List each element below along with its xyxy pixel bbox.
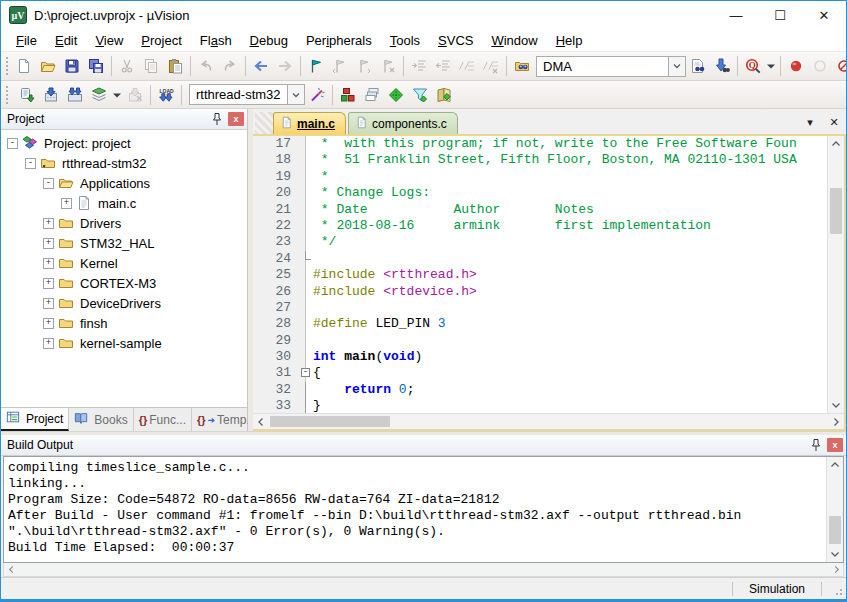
tab-close-icon[interactable]: ✕: [826, 114, 842, 130]
expander-icon[interactable]: +: [43, 238, 54, 249]
expander-icon[interactable]: +: [43, 278, 54, 289]
tree-item-project-project[interactable]: -Project: project: [1, 133, 247, 153]
toolbar-grip[interactable]: [6, 57, 8, 75]
manage-run-env-button[interactable]: [384, 84, 408, 106]
expander-icon[interactable]: +: [43, 338, 54, 349]
expander-icon[interactable]: -: [7, 138, 18, 149]
tree-item-cortex-m3[interactable]: +CORTEX-M3: [1, 273, 247, 293]
expander-icon[interactable]: +: [43, 318, 54, 329]
incremental-find-button[interactable]: [710, 55, 734, 77]
editor-tab-main-c[interactable]: main.c: [273, 112, 346, 134]
tree-item-finsh[interactable]: +finsh: [1, 313, 247, 333]
find-in-files-button[interactable]: [510, 55, 534, 77]
fold-margin[interactable]: -: [299, 365, 313, 381]
translate-button[interactable]: [15, 84, 39, 106]
function-editor-button[interactable]: [408, 84, 432, 106]
expander-icon[interactable]: +: [43, 298, 54, 309]
manage-items-button[interactable]: [336, 84, 360, 106]
editor-horizontal-scrollbar[interactable]: [253, 413, 844, 429]
manage-layout-button[interactable]: [360, 84, 384, 106]
bookmark-toggle-button[interactable]: [304, 55, 328, 77]
caret-down-button[interactable]: [765, 55, 777, 77]
panel-close-icon[interactable]: x: [228, 112, 244, 126]
breakpoint-disable-all-button[interactable]: [832, 55, 846, 77]
scroll-left-icon[interactable]: [253, 414, 269, 429]
build-output-log[interactable]: compiling timeslice_sample.c...linking..…: [4, 457, 826, 562]
tree-item-devicedrivers[interactable]: +DeviceDrivers: [1, 293, 247, 313]
menu-tools[interactable]: Tools: [381, 31, 429, 50]
tree-item-kernel[interactable]: +Kernel: [1, 253, 247, 273]
paste-button[interactable]: [163, 55, 187, 77]
build-vertical-scrollbar[interactable]: [826, 457, 843, 562]
nav-back-button[interactable]: [249, 55, 273, 77]
find-combobox[interactable]: DMA: [536, 56, 686, 77]
scroll-right-icon[interactable]: [828, 414, 844, 429]
rebuild-button[interactable]: [63, 84, 87, 106]
scrollbar-thumb[interactable]: [270, 416, 390, 427]
open-folder-button[interactable]: [36, 55, 60, 77]
close-button[interactable]: ✕: [802, 1, 846, 29]
expander-icon[interactable]: -: [43, 178, 54, 189]
expander-icon[interactable]: +: [61, 198, 72, 209]
panel-tab-func[interactable]: {}Func...: [134, 408, 192, 431]
find-button[interactable]: [686, 55, 710, 77]
pin-icon[interactable]: [808, 438, 824, 453]
panel-tab-books[interactable]: Books: [69, 408, 133, 431]
editor-vertical-scrollbar[interactable]: [827, 136, 844, 413]
save-button[interactable]: [60, 55, 84, 77]
scrollbar-thumb[interactable]: [830, 188, 842, 234]
minimize-button[interactable]: —: [714, 1, 758, 29]
breakpoint-toggle-button[interactable]: [784, 55, 808, 77]
menu-help[interactable]: Help: [547, 31, 592, 50]
scroll-down-icon[interactable]: [828, 397, 844, 413]
scroll-left-icon[interactable]: [4, 563, 18, 576]
caret-down-button[interactable]: [111, 84, 123, 106]
tree-item-main-c[interactable]: +main.c: [1, 193, 247, 213]
batch-build-button[interactable]: [87, 84, 111, 106]
quick-search-button[interactable]: Q: [741, 55, 765, 77]
menu-edit[interactable]: Edit: [46, 31, 86, 50]
menu-flash[interactable]: Flash: [191, 31, 241, 50]
code-editor[interactable]: 17 * with this program; if not, write to…: [253, 136, 827, 413]
pin-icon[interactable]: [209, 112, 225, 127]
menu-svcs[interactable]: SVCS: [429, 31, 482, 50]
expander-icon[interactable]: +: [43, 218, 54, 229]
tree-item-applications[interactable]: -Applications: [1, 173, 247, 193]
pack-installer-button[interactable]: [432, 84, 456, 106]
resize-grip[interactable]: [822, 578, 846, 599]
fold-collapse-icon[interactable]: -: [301, 368, 310, 377]
target-combobox[interactable]: rtthread-stm32: [189, 84, 305, 105]
scrollbar-thumb[interactable]: [829, 516, 841, 544]
toolbar-grip[interactable]: [6, 86, 11, 104]
tree-item-stm32-hal[interactable]: +STM32_HAL: [1, 233, 247, 253]
menu-file[interactable]: File: [7, 31, 46, 50]
menu-debug[interactable]: Debug: [241, 31, 297, 50]
menu-project[interactable]: Project: [132, 31, 190, 50]
scroll-right-icon[interactable]: [829, 563, 843, 576]
build-horizontal-scrollbar[interactable]: [3, 563, 844, 577]
menu-view[interactable]: View: [86, 31, 132, 50]
expander-icon[interactable]: +: [43, 258, 54, 269]
panel-tab-project[interactable]: Project: [1, 408, 69, 431]
scroll-down-icon[interactable]: [827, 546, 843, 562]
scroll-up-icon[interactable]: [827, 457, 843, 473]
tab-list-icon[interactable]: ▾: [802, 114, 818, 130]
chevron-down-icon[interactable]: [287, 85, 304, 104]
panel-close-icon[interactable]: x: [827, 438, 843, 452]
options-target-button[interactable]: [305, 84, 329, 106]
save-all-button[interactable]: [84, 55, 108, 77]
new-file-button[interactable]: [12, 55, 36, 77]
maximize-button[interactable]: ☐: [758, 1, 802, 29]
build-button[interactable]: [39, 84, 63, 106]
editor-tab-components-c[interactable]: components.c: [348, 112, 458, 134]
editor-tab-label: components.c: [372, 117, 447, 131]
chevron-down-icon[interactable]: [668, 57, 685, 76]
scroll-up-icon[interactable]: [828, 136, 844, 152]
tree-item-rtthread-stm32[interactable]: -rtthread-stm32: [1, 153, 247, 173]
menu-peripherals[interactable]: Peripherals: [297, 31, 381, 50]
tree-item-kernel-sample[interactable]: +kernel-sample: [1, 333, 247, 353]
tree-item-drivers[interactable]: +Drivers: [1, 213, 247, 233]
load-button[interactable]: LOAD: [154, 84, 178, 106]
menu-window[interactable]: Window: [482, 31, 546, 50]
expander-icon[interactable]: -: [25, 158, 36, 169]
